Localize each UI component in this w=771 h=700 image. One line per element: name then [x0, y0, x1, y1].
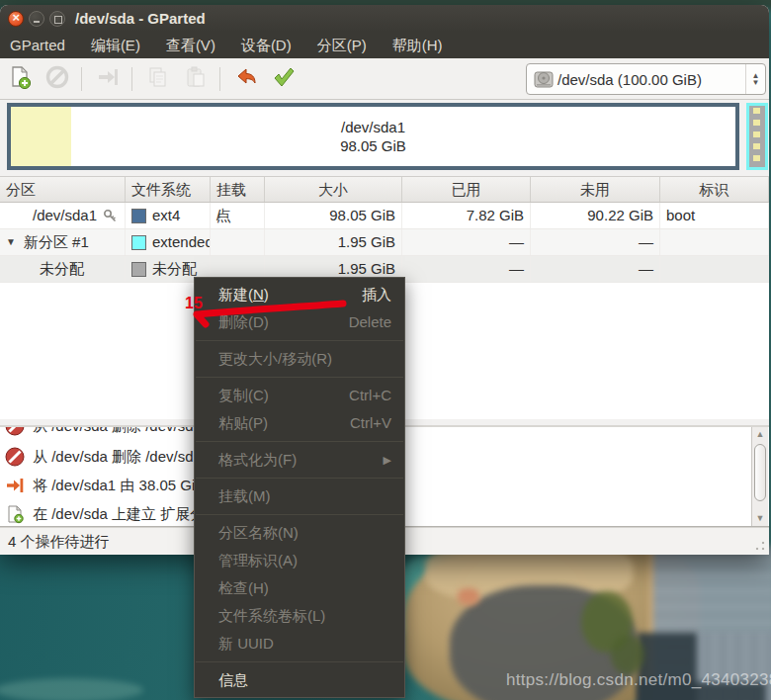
filesystem-color-swatch — [131, 209, 146, 223]
flags-value: boot — [660, 203, 769, 228]
undo-icon — [233, 64, 259, 94]
partition-context-menu: 新建(N) 插入 删除(D) Delete 更改大小/移动(R) 复制(C) C… — [194, 277, 405, 698]
menu-shortcut: Ctrl+C — [349, 382, 391, 409]
apply-button[interactable] — [266, 63, 301, 95]
table-header: 分区文件系统挂载点大小已用未用标识 — [0, 176, 769, 203]
menu-separator — [196, 478, 403, 479]
menubar-item[interactable]: 设备(D) — [228, 32, 304, 58]
delete-op-icon — [5, 447, 25, 467]
flags-value — [660, 229, 769, 255]
operation-text: 将 /dev/sda1 由 38.05 GiB — [33, 477, 205, 495]
context-menu-item: 分区名称(N) — [195, 519, 404, 547]
column-header[interactable]: 分区 — [0, 177, 126, 202]
menu-separator — [196, 441, 403, 442]
resize-move-button — [90, 63, 126, 95]
operation-row[interactable]: 将 /dev/sda1 由 38.05 GiB — [5, 473, 205, 498]
context-menu-item: 检查(H) — [195, 574, 404, 602]
context-menu-item: 删除(D) Delete — [195, 308, 404, 336]
close-button[interactable] — [8, 11, 24, 27]
partition-visual-pane: /dev/sda1 98.05 GiB — [0, 100, 769, 176]
partition-name: /dev/sda1 — [33, 203, 97, 228]
submenu-arrow-icon: ▶ — [384, 446, 391, 474]
scrollbar-thumb[interactable] — [754, 444, 766, 501]
operation-text: 从 /dev/sda 删除 /dev/sd — [33, 448, 194, 467]
partition-visual-label: /dev/sda1 98.05 GiB — [11, 107, 735, 166]
partition-name: 未分配 — [40, 256, 84, 282]
used-value: — — [402, 256, 531, 282]
copy-icon — [145, 64, 171, 94]
operation-text: 在 /dev/sda 上建立 扩展分 — [33, 505, 205, 524]
titlebar[interactable]: /dev/sda - GParted — [0, 5, 769, 32]
unused-value: 90.22 GiB — [531, 203, 660, 228]
context-menu-item[interactable]: 新建(N) 插入 — [195, 281, 404, 308]
filesystem-label: 未分配 — [152, 256, 197, 282]
partition-visual-extended[interactable] — [746, 103, 768, 170]
context-menu-item: 管理标识(A) — [195, 547, 404, 574]
used-value: 7.82 GiB — [402, 203, 531, 228]
wallpaper-blob — [458, 588, 479, 605]
menubar-item[interactable]: GParted — [0, 32, 78, 58]
size-value: 98.05 GiB — [265, 203, 402, 228]
filesystem-color-swatch — [131, 262, 146, 277]
resize-grip[interactable] — [754, 540, 766, 552]
apply-icon — [271, 64, 297, 94]
column-header[interactable]: 标识 — [660, 177, 769, 202]
used-value: — — [402, 229, 531, 255]
menubar-item[interactable]: 分区(P) — [304, 32, 380, 58]
scroll-up-icon[interactable]: ▲ — [752, 427, 768, 442]
new-partition-icon — [7, 64, 33, 94]
table-row[interactable]: ▼ 新分区 #1 extended 1.95 GiB — — — [0, 229, 769, 256]
column-header[interactable]: 未用 — [531, 177, 660, 202]
menu-shortcut: Delete — [349, 308, 391, 336]
menu-separator — [196, 377, 403, 378]
resize-move-icon — [95, 64, 121, 94]
table-row[interactable]: /dev/sda1 ext4 / 98.05 GiB 7.82 GiB 90.2… — [0, 203, 769, 229]
unused-value: — — [531, 229, 660, 255]
menubar-item[interactable]: 查看(V) — [153, 32, 228, 58]
mount-point: / — [211, 203, 265, 228]
delete-partition-button — [40, 63, 75, 95]
column-header[interactable]: 已用 — [402, 177, 531, 202]
unallocated-hatch — [753, 108, 760, 165]
wallpaper-blob — [0, 678, 143, 700]
delete-op-icon — [5, 425, 25, 436]
context-menu-item: 挂载(M) — [195, 482, 404, 510]
lock-key-icon — [103, 209, 118, 223]
unused-value: — — [531, 256, 660, 282]
device-selector-label: /dev/sda (100.00 GiB) — [557, 71, 702, 88]
csdn-watermark: https://blog.csdn.net/m0_43403238 — [506, 670, 771, 690]
column-header[interactable]: 挂载点 — [211, 177, 265, 202]
menu-separator — [196, 661, 403, 662]
context-menu-item[interactable]: 信息 — [195, 666, 404, 694]
column-header[interactable]: 大小 — [265, 177, 402, 202]
new-op-icon — [5, 504, 25, 524]
menubar: GParted编辑(E)查看(V)设备(D)分区(P)帮助(H) — [0, 32, 769, 58]
partition-visual-sda1[interactable]: /dev/sda1 98.05 GiB — [7, 103, 739, 170]
wallpaper-blob — [611, 635, 644, 674]
menu-shortcut: 插入 — [362, 281, 391, 308]
scroll-down-icon[interactable]: ▼ — [752, 511, 768, 526]
context-menu-item: 更改大小/移动(R) — [195, 345, 404, 373]
maximize-button[interactable] — [49, 11, 65, 27]
device-selector-spinner[interactable]: ▲▼ — [745, 64, 765, 94]
column-header[interactable]: 文件系统 — [126, 177, 211, 202]
operation-text: 从 /dev/sda 删除 /dev/sd — [33, 425, 194, 436]
filesystem-color-swatch — [131, 235, 146, 250]
hard-disk-icon — [532, 67, 556, 91]
expander-icon[interactable]: ▼ — [6, 229, 16, 255]
operations-scrollbar[interactable]: ▲ ▼ — [751, 427, 768, 526]
menubar-item[interactable]: 编辑(E) — [78, 32, 153, 58]
mount-point — [211, 229, 265, 255]
menubar-item[interactable]: 帮助(H) — [380, 32, 456, 58]
undo-button[interactable] — [228, 63, 264, 95]
operation-row[interactable]: 从 /dev/sda 删除 /dev/sd — [5, 444, 194, 470]
context-menu-item: 粘贴(P) Ctrl+V — [195, 409, 404, 437]
operation-row[interactable]: 在 /dev/sda 上建立 扩展分 — [5, 501, 205, 527]
operation-row[interactable]: 从 /dev/sda 删除 /dev/sd — [5, 425, 194, 439]
device-selector[interactable]: /dev/sda (100.00 GiB) ▲▼ — [526, 63, 766, 95]
new-partition-button[interactable] — [2, 63, 38, 95]
minimize-button[interactable] — [29, 11, 44, 27]
context-menu-item: 格式化为(F) ▶ — [195, 446, 404, 474]
resize-op-icon — [5, 476, 25, 495]
window-title: /dev/sda - GParted — [75, 5, 206, 32]
